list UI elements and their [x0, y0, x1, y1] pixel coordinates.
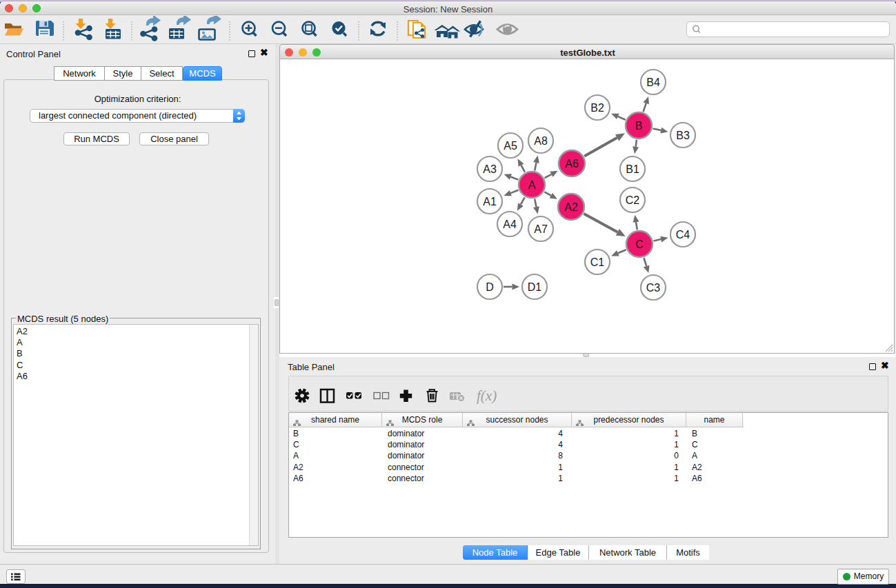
svg-text:B1: B1 — [626, 163, 639, 175]
svg-text:A4: A4 — [503, 219, 517, 230]
svg-text:A3: A3 — [483, 163, 497, 175]
svg-text:A5: A5 — [504, 140, 517, 152]
svg-text:A: A — [528, 179, 536, 191]
svg-text:C1: C1 — [590, 256, 605, 268]
svg-text:C3: C3 — [646, 282, 661, 294]
svg-text:D: D — [486, 281, 494, 293]
svg-text:D1: D1 — [528, 281, 542, 293]
svg-text:A7: A7 — [534, 223, 548, 235]
svg-text:C: C — [635, 239, 644, 250]
svg-text:C4: C4 — [676, 229, 690, 241]
svg-text:A2: A2 — [564, 201, 578, 213]
svg-text:B3: B3 — [676, 130, 690, 141]
svg-text:A6: A6 — [565, 158, 579, 170]
svg-text:f(x): f(x) — [477, 387, 497, 404]
svg-text:B4: B4 — [646, 77, 660, 88]
svg-text:A1: A1 — [483, 196, 497, 207]
svg-text:B2: B2 — [590, 102, 604, 114]
svg-text:A8: A8 — [534, 135, 548, 147]
svg-text:B: B — [635, 120, 643, 132]
svg-text:C2: C2 — [626, 194, 640, 206]
